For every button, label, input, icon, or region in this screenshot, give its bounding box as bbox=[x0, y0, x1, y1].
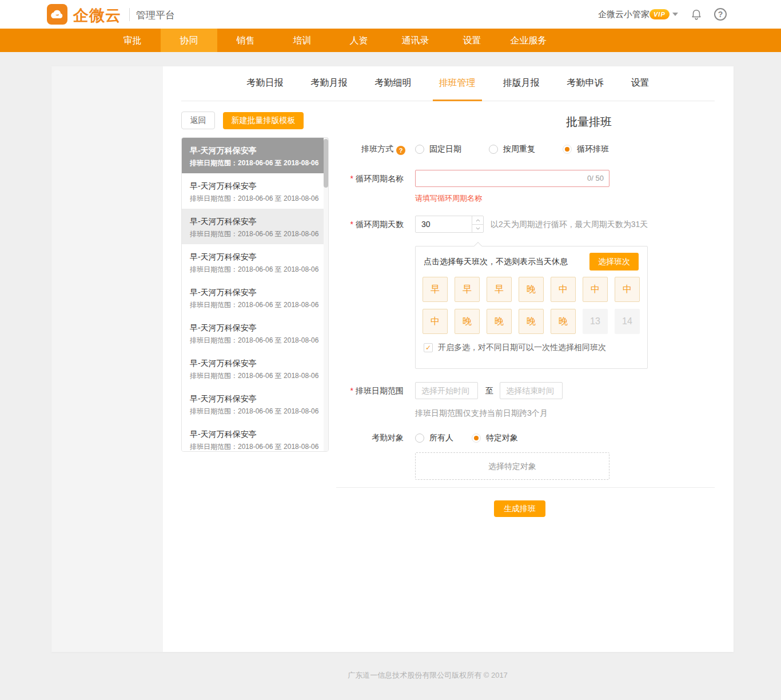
required-mark: * bbox=[350, 386, 353, 395]
list-item[interactable]: 早-天河万科保安亭 排班日期范围：2018-06-06 至 2018-08-06 bbox=[182, 244, 328, 280]
shift-panel: 点击选择每天班次，不选则表示当天休息 选择班次 早 早 早 晚 中 中 中 bbox=[415, 246, 648, 369]
select-shift-button[interactable]: 选择班次 bbox=[589, 253, 639, 271]
target-radio-option[interactable]: 特定对象 bbox=[472, 433, 518, 443]
radio-label: 按周重复 bbox=[503, 144, 535, 154]
char-counter: 0/ 50 bbox=[587, 174, 604, 182]
page-title: 批量排班 bbox=[486, 114, 692, 130]
nav-item[interactable]: 企业服务 bbox=[500, 29, 557, 52]
logo-divider bbox=[129, 8, 130, 21]
shift-day-cell[interactable]: 中 bbox=[615, 277, 640, 302]
list-item-date-range: 排班日期范围：2018-06-06 至 2018-08-06 bbox=[190, 371, 320, 381]
scrollbar-track[interactable] bbox=[324, 138, 328, 451]
cycle-name-field: 0/ 50 bbox=[415, 170, 609, 187]
user-menu[interactable]: 企微云小管家 bbox=[598, 9, 649, 20]
multi-select-checkbox[interactable]: ✓ bbox=[424, 343, 433, 352]
nav-item[interactable]: 协同 bbox=[161, 29, 217, 52]
list-item[interactable]: 早-天河万科保安亭 排班日期范围：2018-06-06 至 2018-08-06 bbox=[182, 138, 328, 173]
shift-day-cell[interactable]: 早 bbox=[487, 277, 512, 302]
list-item-title: 早-天河万科保安亭 bbox=[190, 251, 320, 262]
tab[interactable]: 考勤申诉 bbox=[561, 66, 610, 101]
list-item-date-range: 排班日期范围：2018-06-06 至 2018-08-06 bbox=[190, 265, 320, 275]
vip-badge: VIP bbox=[649, 9, 670, 19]
copyright-footer: 广东道一信息技术股份有限公司版权所有 © 2017 bbox=[163, 670, 692, 681]
mode-radio-option[interactable]: 固定日期 bbox=[415, 144, 461, 154]
tab[interactable]: 考勤月报 bbox=[305, 66, 354, 101]
mode-label: 排班方式? bbox=[280, 144, 405, 155]
tab[interactable]: 排班管理 bbox=[433, 66, 482, 101]
radio-label: 所有人 bbox=[429, 433, 453, 443]
app-header: 企微云 管理平台 企微云小管家 VIP ? bbox=[0, 0, 781, 29]
notification-bell-icon[interactable] bbox=[690, 8, 703, 23]
form-divider bbox=[336, 487, 715, 488]
shift-day-cell[interactable]: 晚 bbox=[487, 309, 512, 334]
mode-radio-option[interactable]: 循环排班 bbox=[563, 144, 609, 154]
brand-name: 企微云 bbox=[73, 5, 121, 26]
list-item[interactable]: 早-天河万科保安亭 排班日期范围：2018-06-06 至 2018-08-06 bbox=[182, 315, 328, 351]
nav-item[interactable]: 人资 bbox=[330, 29, 387, 52]
list-item[interactable]: 早-天河万科保安亭 排班日期范围：2018-06-06 至 2018-08-06 bbox=[182, 280, 328, 315]
list-item[interactable]: 早-天河万科保安亭 排班日期范围：2018-06-06 至 2018-08-06 bbox=[182, 351, 328, 386]
shift-day-cell[interactable]: 中 bbox=[551, 277, 576, 302]
list-item-date-range: 排班日期范围：2018-06-06 至 2018-08-06 bbox=[190, 300, 320, 310]
shift-day-cell[interactable]: 晚 bbox=[519, 277, 544, 302]
shift-panel-tip: 点击选择每天班次，不选则表示当天休息 bbox=[424, 257, 568, 267]
list-item-title: 早-天河万科保安亭 bbox=[190, 287, 320, 298]
end-date-input[interactable] bbox=[500, 382, 563, 399]
page: 企微云 管理平台 企微云小管家 VIP ? 审批 协同 销售 培训 人资 bbox=[0, 0, 781, 700]
check-icon: ✓ bbox=[425, 344, 431, 351]
tab[interactable]: 排版月报 bbox=[497, 66, 546, 101]
chevron-down-icon[interactable] bbox=[672, 13, 678, 16]
shift-day-cell[interactable]: 早 bbox=[423, 277, 448, 302]
shift-day-cell[interactable]: 中 bbox=[423, 309, 448, 334]
help-icon[interactable]: ? bbox=[714, 8, 727, 21]
stepper-up-icon[interactable] bbox=[472, 216, 483, 224]
date-range-label: *排班日期范围 bbox=[280, 386, 404, 396]
tab[interactable]: 考勤日报 bbox=[241, 66, 290, 101]
number-stepper bbox=[472, 216, 483, 232]
date-range-hint: 排班日期范围仅支持当前日期跨3个月 bbox=[415, 408, 548, 419]
shift-day-cell[interactable]: 早 bbox=[455, 277, 480, 302]
start-date-input[interactable] bbox=[415, 382, 478, 399]
required-mark: * bbox=[350, 174, 353, 183]
cycle-days-hint: 以2天为周期进行循环，最大周期天数为31天 bbox=[491, 220, 648, 230]
list-item-title: 早-天河万科保安亭 bbox=[190, 357, 320, 369]
generate-schedule-button[interactable]: 生成排班 bbox=[494, 500, 545, 517]
nav-item[interactable]: 销售 bbox=[217, 29, 274, 52]
shift-day-cell[interactable]: 晚 bbox=[455, 309, 480, 334]
portal-label: 管理平台 bbox=[136, 9, 175, 22]
target-radio-option[interactable]: 所有人 bbox=[415, 433, 453, 443]
question-icon[interactable]: ? bbox=[396, 146, 405, 155]
mode-radio-option[interactable]: 按周重复 bbox=[489, 144, 535, 154]
shift-panel-header: 点击选择每天班次，不选则表示当天休息 选择班次 bbox=[416, 246, 647, 271]
mode-radio-group: 固定日期 按周重复 循环排班 bbox=[415, 144, 636, 154]
list-item-date-range: 排班日期范围：2018-06-06 至 2018-08-06 bbox=[190, 407, 320, 416]
nav-item[interactable]: 设置 bbox=[444, 29, 500, 52]
list-item-date-range: 排班日期范围：2018-06-06 至 2018-08-06 bbox=[190, 442, 320, 452]
shift-day-cell[interactable]: 中 bbox=[583, 277, 608, 302]
nav-item[interactable]: 通讯录 bbox=[387, 29, 444, 52]
nav-item[interactable]: 审批 bbox=[104, 29, 161, 52]
shift-day-grid: 早 早 早 晚 中 中 中 中 晚 晚 bbox=[423, 277, 647, 334]
multi-select-label: 开启多选，对不同日期可以一次性选择相同班次 bbox=[438, 343, 606, 353]
cycle-name-input[interactable] bbox=[415, 170, 609, 187]
nav-item[interactable]: 培训 bbox=[274, 29, 330, 52]
list-item-date-range: 排班日期范围：2018-06-06 至 2018-08-06 bbox=[190, 194, 320, 204]
main-card: 考勤日报 考勤月报 考勤细明 排班管理 排版月报 考勤申诉 设置 返回 新建批量… bbox=[51, 66, 734, 652]
tab[interactable]: 设置 bbox=[625, 66, 656, 101]
list-item-date-range: 排班日期范围：2018-06-06 至 2018-08-06 bbox=[190, 158, 320, 168]
list-item-date-range: 排班日期范围：2018-06-06 至 2018-08-06 bbox=[190, 229, 320, 239]
list-item-date-range: 排班日期范围：2018-06-06 至 2018-08-06 bbox=[190, 336, 320, 345]
stepper-down-icon[interactable] bbox=[472, 224, 483, 232]
cloud-logo-icon[interactable] bbox=[47, 4, 67, 25]
shift-day-cell[interactable]: 13 bbox=[583, 309, 608, 334]
shift-day-cell[interactable]: 晚 bbox=[519, 309, 544, 334]
select-target-picker[interactable]: 选择特定对象 bbox=[415, 452, 609, 480]
attendance-tabs: 考勤日报 考勤月报 考勤细明 排班管理 排版月报 考勤申诉 设置 bbox=[181, 66, 715, 101]
cycle-days-label: *循环周期天数 bbox=[280, 220, 404, 230]
back-button[interactable]: 返回 bbox=[181, 112, 215, 129]
new-batch-template-button[interactable]: 新建批量排版模板 bbox=[223, 112, 304, 129]
tab[interactable]: 考勤细明 bbox=[369, 66, 418, 101]
shift-day-cell[interactable]: 晚 bbox=[551, 309, 576, 334]
shift-day-cell[interactable]: 14 bbox=[615, 309, 640, 334]
radio-label: 循环排班 bbox=[577, 144, 609, 154]
